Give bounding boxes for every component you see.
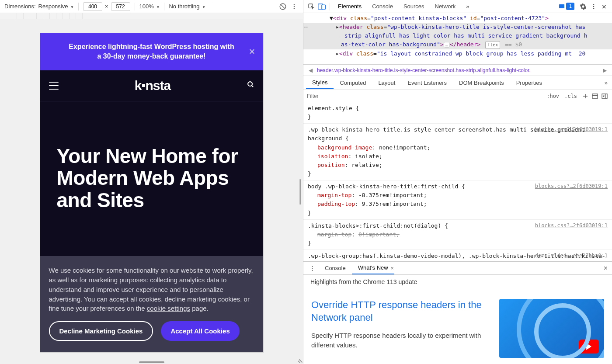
hero-headline: Your New Home for Modern Web Apps and Si… [57, 145, 247, 211]
svg-point-5 [248, 82, 252, 86]
device-toolbar-menu-icon[interactable] [290, 2, 299, 11]
issues-badge[interactable]: 1 [558, 3, 578, 10]
svg-point-4 [294, 8, 295, 9]
site-navbar: knsta [40, 70, 263, 101]
new-style-rule-icon[interactable] [581, 92, 589, 100]
drawer-subtitle: Highlights from the Chrome 113 update [303, 275, 612, 289]
devtools-menu-icon[interactable] [588, 1, 599, 12]
rule-source-link[interactable]: blocks.css?…2f6d03019:1 [535, 222, 608, 230]
dimensions-label: Dimensions: [4, 3, 36, 10]
resize-handle-right[interactable] [299, 179, 301, 205]
svg-point-12 [593, 6, 595, 7]
drawer-menu-icon[interactable]: ⋮ [306, 263, 319, 273]
stab-computed[interactable]: Computed [334, 77, 372, 89]
stab-layout[interactable]: Layout [372, 77, 401, 89]
accept-cookies-button[interactable]: Accept All Cookies [161, 321, 239, 341]
viewport-height-input[interactable] [111, 2, 130, 11]
computed-styles-icon[interactable] [591, 92, 599, 100]
styles-body[interactable]: element.style {}blocks.css?…2f6d03019:1.… [303, 102, 612, 261]
rule-source-link[interactable]: blocks.css?…2f6d03019:1 [535, 182, 608, 191]
dimension-separator: × [105, 3, 108, 10]
stab-styles[interactable]: Styles [306, 76, 334, 89]
mobile-preview-frame[interactable]: Experience lightning-fast WordPress host… [40, 33, 263, 352]
styles-filter-bar: :hov .cls [303, 90, 612, 102]
youtube-play-icon[interactable] [579, 340, 599, 354]
styles-overflow-icon[interactable]: » [603, 78, 609, 88]
gear-icon[interactable] [578, 1, 588, 12]
stab-eventlisteners[interactable]: Event Listeners [401, 77, 453, 89]
cookie-text: We use cookies for some functionality on… [49, 266, 254, 313]
tabs-overflow-icon[interactable]: » [461, 0, 474, 12]
site-logo[interactable]: knsta [135, 78, 170, 93]
whatsnew-body: Specify HTTP response headers locally to… [311, 331, 490, 350]
device-mode-dropdown[interactable]: Responsive ▼ [38, 3, 74, 10]
tab-elements[interactable]: Elements [333, 0, 367, 12]
viewport-width-input[interactable] [83, 2, 102, 11]
tab-sources[interactable]: Sources [398, 0, 430, 12]
dom-tree[interactable]: ▼<div class="post-content kinsta-blocks"… [303, 13, 612, 65]
throttling-dropdown[interactable]: No throttling ▼ [169, 3, 205, 10]
svg-rect-10 [559, 4, 564, 8]
hamburger-icon[interactable] [49, 82, 59, 90]
whatsnew-title[interactable]: Override HTTP response headers in the Ne… [311, 299, 490, 324]
close-icon[interactable]: × [249, 45, 255, 59]
device-toggle-icon[interactable] [316, 1, 327, 12]
svg-point-2 [294, 4, 295, 5]
zoom-dropdown[interactable]: 100% ▼ [139, 3, 160, 10]
styles-tabbar: Styles Computed Layout Event Listeners D… [303, 76, 612, 90]
svg-point-3 [294, 6, 295, 7]
devtools-drawer: ⋮ Console What's New × × Highlights from… [303, 261, 612, 364]
toggle-sidebar-icon[interactable] [601, 92, 609, 100]
whatsnew-video-thumb[interactable] [499, 299, 604, 358]
svg-rect-9 [322, 5, 325, 9]
cls-toggle[interactable]: .cls [562, 92, 580, 100]
cookie-settings-link[interactable]: cookie settings [147, 305, 190, 312]
resize-handle-bottom[interactable] [139, 361, 164, 363]
drawer-tab-console[interactable]: Console [319, 262, 352, 274]
cookie-banner: We use cookies for some functionality on… [40, 256, 263, 352]
stab-properties[interactable]: Properties [510, 77, 548, 89]
tab-network[interactable]: Network [430, 0, 461, 12]
viewport-stage: Experience lightning-fast WordPress host… [0, 19, 303, 364]
tab-console[interactable]: Console [367, 0, 398, 12]
rotate-icon[interactable] [278, 2, 287, 11]
svg-point-13 [593, 8, 595, 9]
breadcrumb-next-icon[interactable]: ▶ [601, 67, 609, 73]
drawer-close-icon[interactable]: × [602, 263, 609, 274]
svg-point-11 [593, 4, 595, 5]
drawer-tab-whatsnew[interactable]: What's New [352, 262, 394, 274]
svg-line-6 [251, 86, 253, 87]
stab-dombreakpoints[interactable]: DOM Breakpoints [453, 77, 510, 89]
rule-source-link[interactable]: blocks.css?…2f6d03019:1 [535, 125, 608, 134]
drawer-tab-close-icon[interactable]: × [391, 265, 394, 271]
hov-toggle[interactable]: :hov [544, 92, 562, 100]
promo-banner-text: Experience lightning-fast WordPress host… [69, 43, 234, 60]
svg-rect-16 [592, 94, 598, 98]
viewport-ruler [0, 13, 303, 19]
styles-filter-input[interactable] [307, 93, 544, 99]
dom-breadcrumb[interactable]: ◀ header.wp-block-kinsta-hero-title.is-s… [303, 65, 612, 76]
device-toolbar: Dimensions: Responsive ▼ × 100% ▼ No thr… [0, 0, 303, 13]
devtools-top-bar: Elements Console Sources Network » 1 × [303, 0, 612, 13]
dom-selected-row: ⋯▸<header class="wp-block-kinsta-hero-ti… [303, 23, 612, 31]
inspect-icon[interactable] [306, 1, 316, 12]
decline-cookies-button[interactable]: Decline Marketing Cookies [49, 321, 153, 341]
promo-banner: Experience lightning-fast WordPress host… [40, 33, 263, 70]
svg-line-1 [281, 4, 285, 9]
search-icon[interactable] [247, 81, 254, 90]
resize-handle-corner[interactable] [297, 359, 301, 363]
breadcrumb-prev-icon[interactable]: ◀ [307, 67, 314, 73]
close-devtools-icon[interactable]: × [599, 1, 609, 12]
rule-source-link[interactable]: demo-video-…eee27bba0:1 [535, 252, 608, 260]
